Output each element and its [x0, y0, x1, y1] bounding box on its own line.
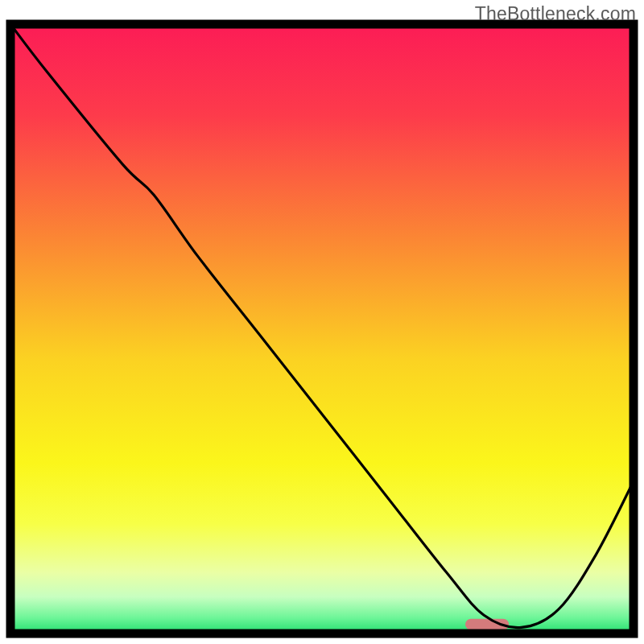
bottleneck-chart: [0, 0, 644, 644]
watermark-label: TheBottleneck.com: [475, 3, 636, 25]
gradient-background: [10, 24, 634, 634]
chart-frame: TheBottleneck.com: [0, 0, 644, 644]
